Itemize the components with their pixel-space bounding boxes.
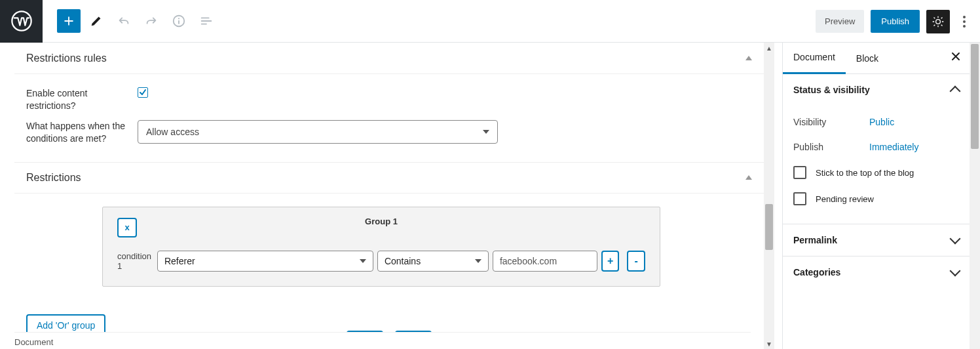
panel-title: Permalink (793, 235, 837, 245)
publish-value-link[interactable]: Immediately (869, 142, 918, 152)
condition-group: Group 1 x condition 1 Referer Contains (102, 207, 660, 287)
svg-point-0 (12, 11, 31, 30)
sticky-checkbox[interactable] (793, 166, 806, 179)
scrollbar-up-icon: ▲ (764, 43, 774, 53)
condition-row: condition 1 Referer Contains facebook.co… (117, 251, 645, 272)
panel-title: Restrictions rules (26, 52, 107, 64)
kebab-icon (963, 16, 966, 28)
chevron-down-icon (475, 259, 481, 263)
tab-document[interactable]: Document (783, 43, 846, 74)
wordpress-icon (11, 10, 32, 31)
svg-point-2 (178, 18, 179, 19)
publish-label: Publish (793, 142, 869, 152)
scrollbar-down-icon: ▼ (764, 339, 774, 349)
condition-operator-select[interactable]: Contains (377, 251, 489, 272)
panel-categories: Categories (783, 257, 970, 288)
chevron-down-icon (950, 234, 961, 245)
publish-button[interactable]: Publish (871, 10, 920, 33)
sidebar-scrollbar[interactable] (970, 43, 980, 349)
enable-restrictions-label: Enable content restrictions? (26, 87, 138, 112)
gear-icon (932, 15, 945, 28)
svg-rect-3 (178, 20, 179, 24)
redo-icon (144, 14, 159, 28)
toolbar-right: Preview Publish (816, 0, 972, 43)
condition-value-input[interactable]: facebook.com (493, 251, 597, 272)
outline-button[interactable] (195, 9, 218, 33)
conditions-action-select[interactable]: Allow access (138, 120, 498, 144)
sidebar-tabs: Document Block (783, 43, 970, 74)
enable-restrictions-checkbox[interactable] (138, 87, 148, 98)
visibility-value-link[interactable]: Public (869, 117, 894, 127)
add-block-button[interactable] (57, 9, 81, 33)
remove-condition-button[interactable]: - (627, 251, 645, 272)
sidebar-outer: Document Block Status & visibility Visib… (782, 43, 980, 349)
pencil-icon (89, 14, 104, 28)
panel-permalink-header[interactable]: Permalink (783, 224, 970, 256)
right-gutter (774, 43, 782, 349)
panel-title: Restrictions (26, 172, 81, 184)
main-scrollbar[interactable]: ▲ ▼ (764, 43, 774, 349)
left-gutter (0, 43, 14, 349)
tab-block[interactable]: Block (846, 43, 889, 74)
panel-restrictions-header[interactable]: Restrictions (14, 162, 764, 194)
remove-group-button[interactable]: x (117, 218, 137, 237)
select-value: Referer (164, 256, 195, 266)
pending-review-label: Pending review (816, 194, 874, 204)
breadcrumb[interactable]: Document (14, 332, 751, 349)
preview-button[interactable]: Preview (816, 10, 864, 33)
conditions-action-label: What happens when the conditions are met… (26, 120, 138, 145)
row-pending: Pending review (793, 186, 959, 212)
close-sidebar-button[interactable] (950, 51, 962, 64)
info-button[interactable] (167, 9, 191, 33)
svg-point-4 (963, 16, 966, 18)
settings-sidebar: Document Block Status & visibility Visib… (782, 43, 970, 349)
row-conditions-action: What happens when the conditions are met… (14, 116, 764, 162)
row-publish: Publish Immediately (793, 134, 959, 159)
panel-categories-header[interactable]: Categories (783, 257, 970, 288)
condition-label: condition 1 (117, 251, 152, 271)
more-menu-button[interactable] (956, 10, 972, 33)
check-icon (139, 89, 147, 96)
chevron-up-icon (950, 86, 961, 97)
row-visibility: Visibility Public (793, 110, 959, 134)
redo-button[interactable] (140, 9, 163, 33)
panel-restriction-rules-header[interactable]: Restrictions rules (14, 43, 764, 74)
chevron-down-icon (483, 130, 489, 134)
caret-up-icon (745, 56, 752, 60)
panel-title: Categories (793, 267, 840, 277)
chevron-down-icon (360, 259, 366, 263)
scrollbar-thumb[interactable] (971, 44, 979, 149)
main-column: Restrictions rules Enable content restri… (14, 43, 774, 349)
caret-up-icon (745, 175, 752, 180)
condition-field-select[interactable]: Referer (157, 251, 373, 272)
workspace: Restrictions rules Enable content restri… (0, 43, 980, 349)
svg-point-5 (963, 20, 966, 23)
panel-status-visibility: Status & visibility Visibility Public Pu… (783, 74, 970, 224)
settings-toggle-button[interactable] (926, 10, 950, 33)
panel-title: Status & visibility (793, 85, 870, 95)
scrollbar-thumb[interactable] (765, 204, 773, 250)
row-enable-restrictions: Enable content restrictions? (14, 74, 764, 116)
select-value: Contains (385, 256, 421, 266)
toolbar-left (43, 9, 218, 33)
panel-status-header[interactable]: Status & visibility (783, 74, 970, 106)
info-icon (172, 14, 186, 28)
main-content: Restrictions rules Enable content restri… (14, 43, 764, 349)
editor-topbar: Preview Publish (0, 0, 980, 43)
undo-icon (117, 14, 131, 28)
panel-permalink: Permalink (783, 224, 970, 257)
wordpress-logo[interactable] (0, 0, 43, 43)
row-sticky: Stick to the top of the blog (793, 159, 959, 186)
close-icon (950, 51, 962, 62)
groups-container: Group 1 x condition 1 Referer Contains (14, 194, 764, 293)
pending-review-checkbox[interactable] (793, 192, 806, 205)
svg-point-6 (963, 25, 966, 28)
add-condition-button[interactable]: + (601, 251, 620, 272)
chevron-down-icon (950, 266, 961, 277)
input-value: facebook.com (500, 256, 557, 266)
edit-mode-button[interactable] (85, 9, 108, 33)
list-icon (199, 14, 214, 28)
sticky-label: Stick to the top of the blog (816, 168, 914, 178)
plus-icon (62, 14, 75, 28)
undo-button[interactable] (112, 9, 136, 33)
